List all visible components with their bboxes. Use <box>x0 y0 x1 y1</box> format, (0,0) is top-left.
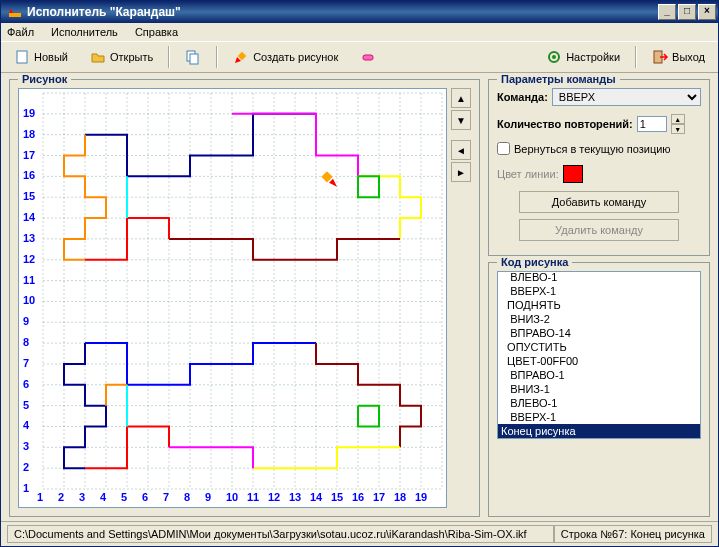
x-axis-label: 11 <box>247 491 259 503</box>
y-axis-label: 8 <box>23 336 29 348</box>
gear-icon <box>546 49 562 65</box>
open-button[interactable]: Открыть <box>83 46 160 68</box>
code-item[interactable]: ВВЕРХ-1 <box>498 410 700 424</box>
toolbar-separator <box>635 46 637 68</box>
return-label: Вернуться в текущую позицию <box>514 143 671 155</box>
toolbar: Новый Открыть Создать рисунок Настройки … <box>1 41 718 73</box>
arrow-down-button[interactable]: ▼ <box>451 110 471 130</box>
add-command-button[interactable]: Добавить команду <box>519 191 679 213</box>
code-item[interactable]: ЦВЕТ-00FF00 <box>498 354 700 368</box>
code-item[interactable]: ПОДНЯТЬ <box>498 298 700 312</box>
y-axis-label: 11 <box>23 274 35 286</box>
y-axis-label: 10 <box>23 294 35 306</box>
eraser-icon <box>360 49 376 65</box>
application-window: Исполнитель "Карандаш" _ □ × Файл Исполн… <box>0 0 719 547</box>
x-axis-label: 4 <box>100 491 106 503</box>
code-listbox[interactable]: ВВЕРХ-1 ВЛЕВО-1 ВВЕРХ-1 ПОДНЯТЬ ВНИЗ-2 В… <box>497 271 701 439</box>
code-group-title: Код рисунка <box>497 256 572 268</box>
drawing-canvas[interactable]: 1234567891011121314151617181919181716151… <box>18 88 447 508</box>
x-axis-label: 8 <box>184 491 190 503</box>
y-axis-label: 19 <box>23 107 35 119</box>
x-axis-label: 6 <box>142 491 148 503</box>
code-item[interactable]: ВНИЗ-1 <box>498 382 700 396</box>
repeat-input[interactable] <box>637 116 667 132</box>
params-group-title: Параметры команды <box>497 73 620 85</box>
new-icon <box>14 49 30 65</box>
repeat-up-button[interactable]: ▲ <box>671 114 685 124</box>
y-axis-label: 15 <box>23 190 35 202</box>
repeat-label: Количество повторений: <box>497 118 633 130</box>
x-axis-label: 14 <box>310 491 322 503</box>
open-icon <box>90 49 106 65</box>
new-label: Новый <box>34 51 68 63</box>
copy-button[interactable] <box>178 46 208 68</box>
arrow-up-button[interactable]: ▲ <box>451 88 471 108</box>
y-axis-label: 13 <box>23 232 35 244</box>
statusbar: C:\Documents and Settings\ADMIN\Мои доку… <box>1 521 718 546</box>
app-icon <box>7 4 23 20</box>
status-path: C:\Documents and Settings\ADMIN\Мои доку… <box>7 525 554 543</box>
return-checkbox[interactable] <box>497 142 510 155</box>
command-select[interactable]: ВВЕРХВНИЗВЛЕВОВПРАВОПОДНЯТЬОПУСТИТЬЦВЕТ <box>552 88 701 106</box>
x-axis-label: 19 <box>415 491 427 503</box>
menu-file[interactable]: Файл <box>7 26 34 38</box>
code-item[interactable]: Конец рисунка <box>498 424 700 438</box>
arrow-left-button[interactable]: ◄ <box>451 140 471 160</box>
y-axis-label: 16 <box>23 169 35 181</box>
settings-label: Настройки <box>566 51 620 63</box>
svg-rect-0 <box>9 13 21 17</box>
code-item[interactable]: ВНИЗ-2 <box>498 312 700 326</box>
repeat-down-button[interactable]: ▼ <box>671 124 685 134</box>
svg-rect-2 <box>17 51 27 63</box>
menu-executor[interactable]: Исполнитель <box>51 26 118 38</box>
status-line: Строка №67: Конец рисунка <box>554 525 712 543</box>
color-label: Цвет линии: <box>497 168 559 180</box>
code-item[interactable]: ВЛЕВО-1 <box>498 271 700 284</box>
drawing-group-title: Рисунок <box>18 73 71 85</box>
eraser-button[interactable] <box>353 46 383 68</box>
code-item[interactable]: ОПУСТИТЬ <box>498 340 700 354</box>
y-axis-label: 14 <box>23 211 35 223</box>
menubar: Файл Исполнитель Справка <box>1 23 718 41</box>
maximize-button[interactable]: □ <box>678 4 696 20</box>
code-item[interactable]: ВЛЕВО-1 <box>498 396 700 410</box>
toolbar-separator <box>216 46 218 68</box>
command-label: Команда: <box>497 91 548 103</box>
svg-marker-1 <box>9 9 13 13</box>
x-axis-label: 1 <box>37 491 43 503</box>
exit-button[interactable]: Выход <box>645 46 712 68</box>
y-axis-label: 4 <box>23 419 29 431</box>
x-axis-label: 10 <box>226 491 238 503</box>
create-drawing-button[interactable]: Создать рисунок <box>226 46 345 68</box>
delete-command-button[interactable]: Удалить команду <box>519 219 679 241</box>
window-title: Исполнитель "Карандаш" <box>27 5 658 19</box>
y-axis-label: 1 <box>23 482 29 494</box>
x-axis-label: 9 <box>205 491 211 503</box>
titlebar[interactable]: Исполнитель "Карандаш" _ □ × <box>1 1 718 23</box>
code-item[interactable]: ВПРАВО-1 <box>498 368 700 382</box>
close-button[interactable]: × <box>698 4 716 20</box>
x-axis-label: 3 <box>79 491 85 503</box>
menu-help[interactable]: Справка <box>135 26 178 38</box>
minimize-button[interactable]: _ <box>658 4 676 20</box>
arrow-right-button[interactable]: ► <box>451 162 471 182</box>
y-axis-label: 2 <box>23 461 29 473</box>
exit-label: Выход <box>672 51 705 63</box>
params-group: Параметры команды Команда: ВВЕРХВНИЗВЛЕВ… <box>488 79 710 256</box>
code-item[interactable]: ВПРАВО-14 <box>498 326 700 340</box>
x-axis-label: 17 <box>373 491 385 503</box>
y-axis-label: 12 <box>23 253 35 265</box>
x-axis-label: 5 <box>121 491 127 503</box>
y-axis-label: 3 <box>23 440 29 452</box>
exit-icon <box>652 49 668 65</box>
settings-button[interactable]: Настройки <box>539 46 627 68</box>
y-axis-label: 18 <box>23 128 35 140</box>
color-swatch[interactable] <box>563 165 583 183</box>
drawing-group: Рисунок 12345678910111213141516171819191… <box>9 79 480 517</box>
code-item[interactable]: ВВЕРХ-1 <box>498 284 700 298</box>
y-axis-label: 9 <box>23 315 29 327</box>
x-axis-label: 16 <box>352 491 364 503</box>
new-button[interactable]: Новый <box>7 46 75 68</box>
x-axis-label: 2 <box>58 491 64 503</box>
svg-point-9 <box>552 55 556 59</box>
